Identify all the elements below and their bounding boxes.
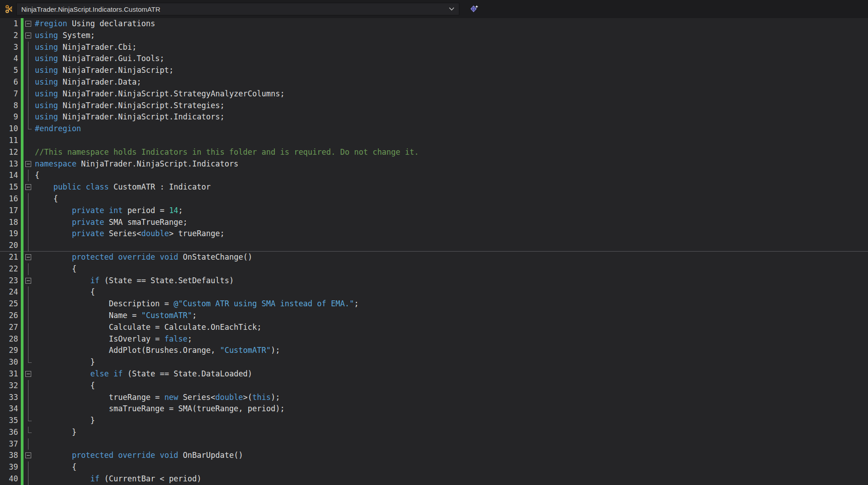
- code-text[interactable]: protected override void OnStateChange(): [33, 252, 868, 263]
- code-line[interactable]: 39 {: [0, 461, 868, 473]
- code-text[interactable]: {: [33, 461, 868, 473]
- code-line[interactable]: 3using NinjaTrader.Cbi;: [0, 42, 868, 53]
- code-line[interactable]: 28 IsOverlay = false;: [0, 333, 868, 345]
- code-line[interactable]: 2using System;: [0, 30, 868, 42]
- code-text[interactable]: using NinjaTrader.NinjaScript;: [33, 65, 868, 76]
- code-text[interactable]: AddPlot(Brushes.Orange, "CustomATR");: [33, 345, 868, 357]
- line-number: 11: [0, 135, 21, 147]
- code-text[interactable]: Calculate = Calculate.OnEachTick;: [33, 322, 868, 333]
- code-text[interactable]: using NinjaTrader.Cbi;: [33, 42, 868, 53]
- type-selector-dropdown[interactable]: NinjaTrader.NinjaScript.Indicators.Custo…: [16, 3, 459, 15]
- fold-guide: [24, 461, 33, 473]
- code-line[interactable]: 13namespace NinjaTrader.NinjaScript.Indi…: [0, 158, 868, 170]
- fold-toggle-icon[interactable]: [24, 275, 33, 287]
- code-line[interactable]: 18 private SMA smaTrueRange;: [0, 217, 868, 228]
- code-text[interactable]: using NinjaTrader.Gui.Tools;: [33, 53, 868, 65]
- code-text[interactable]: {: [33, 193, 868, 205]
- code-text[interactable]: else if (State == State.DataLoaded): [33, 368, 868, 380]
- code-text[interactable]: trueRange = new Series<double>(this);: [33, 392, 868, 404]
- code-line[interactable]: 20: [0, 240, 868, 252]
- fold-toggle-icon[interactable]: [24, 158, 33, 170]
- code-line[interactable]: 9using NinjaTrader.NinjaScript.Indicator…: [0, 111, 868, 123]
- code-text[interactable]: {: [33, 286, 868, 298]
- code-text[interactable]: }: [33, 357, 868, 368]
- code-line[interactable]: 23 if (State == State.SetDefaults): [0, 275, 868, 287]
- fold-toggle-icon[interactable]: [24, 450, 33, 461]
- code-line[interactable]: 35 }: [0, 415, 868, 427]
- code-text[interactable]: [33, 135, 868, 147]
- code-text[interactable]: public class CustomATR : Indicator: [33, 181, 868, 193]
- fold-toggle-icon[interactable]: [24, 30, 33, 42]
- code-text[interactable]: }: [33, 415, 868, 427]
- code-line[interactable]: 15 public class CustomATR : Indicator: [0, 181, 868, 193]
- code-line[interactable]: 4using NinjaTrader.Gui.Tools;: [0, 53, 868, 65]
- code-line[interactable]: 33 trueRange = new Series<double>(this);: [0, 392, 868, 404]
- fold-toggle-icon[interactable]: [24, 181, 33, 193]
- code-text[interactable]: #endregion: [33, 123, 868, 135]
- code-line[interactable]: 31 else if (State == State.DataLoaded): [0, 368, 868, 380]
- code-line[interactable]: 17 private int period = 14;: [0, 205, 868, 217]
- code-line[interactable]: 16 {: [0, 193, 868, 205]
- code-text[interactable]: //This namespace holds Indicators in thi…: [33, 147, 868, 158]
- code-line[interactable]: 38 protected override void OnBarUpdate(): [0, 450, 868, 461]
- code-text[interactable]: if (State == State.SetDefaults): [33, 275, 868, 287]
- code-line[interactable]: 37: [0, 438, 868, 450]
- code-line[interactable]: 8using NinjaTrader.NinjaScript.Strategie…: [0, 100, 868, 112]
- code-line[interactable]: 25 Description = @"Custom ATR using SMA …: [0, 298, 868, 310]
- code-line[interactable]: 6using NinjaTrader.Data;: [0, 76, 868, 88]
- code-text[interactable]: protected override void OnBarUpdate(): [33, 450, 868, 461]
- fold-guide: [24, 380, 33, 392]
- code-line[interactable]: 5using NinjaTrader.NinjaScript;: [0, 65, 868, 76]
- code-text[interactable]: #region Using declarations: [33, 18, 868, 30]
- code-text[interactable]: IsOverlay = false;: [33, 333, 868, 345]
- code-line[interactable]: 22 {: [0, 263, 868, 275]
- code-line[interactable]: 1#region Using declarations: [0, 18, 868, 30]
- fold-guide: [24, 42, 33, 53]
- code-line[interactable]: 7using NinjaTrader.NinjaScript.StrategyA…: [0, 88, 868, 100]
- code-text[interactable]: {: [33, 263, 868, 275]
- code-text[interactable]: private Series<double> trueRange;: [33, 228, 868, 240]
- line-number: 30: [0, 357, 21, 368]
- code-line[interactable]: 19 private Series<double> trueRange;: [0, 228, 868, 240]
- code-line[interactable]: 11: [0, 135, 868, 147]
- code-text[interactable]: using System;: [33, 30, 868, 42]
- code-text[interactable]: if (CurrentBar < period): [33, 473, 868, 485]
- code-editor[interactable]: 1#region Using declarations2using System…: [0, 18, 868, 485]
- code-text[interactable]: Description = @"Custom ATR using SMA ins…: [33, 298, 868, 310]
- code-text[interactable]: Name = "CustomATR";: [33, 310, 868, 322]
- code-text[interactable]: private int period = 14;: [33, 205, 868, 217]
- fold-guide: [24, 170, 33, 181]
- code-line[interactable]: 26 Name = "CustomATR";: [0, 310, 868, 322]
- code-line[interactable]: 21 protected override void OnStateChange…: [0, 252, 868, 263]
- code-line[interactable]: 27 Calculate = Calculate.OnEachTick;: [0, 322, 868, 333]
- fold-toggle-icon[interactable]: [24, 252, 33, 263]
- code-line[interactable]: 12//This namespace holds Indicators in t…: [0, 147, 868, 158]
- code-line[interactable]: 29 AddPlot(Brushes.Orange, "CustomATR");: [0, 345, 868, 357]
- code-line[interactable]: 24 {: [0, 286, 868, 298]
- code-text[interactable]: using NinjaTrader.NinjaScript.StrategyAn…: [33, 88, 868, 100]
- code-line[interactable]: 30 }: [0, 357, 868, 368]
- code-text[interactable]: smaTrueRange = SMA(trueRange, period);: [33, 403, 868, 415]
- fold-guide: [24, 76, 33, 88]
- code-text[interactable]: using NinjaTrader.NinjaScript.Indicators…: [33, 111, 868, 123]
- code-line[interactable]: 14{: [0, 170, 868, 181]
- code-text[interactable]: [33, 438, 868, 450]
- fold-guide: [24, 123, 33, 135]
- code-text[interactable]: {: [33, 380, 868, 392]
- code-line[interactable]: 40 if (CurrentBar < period): [0, 473, 868, 485]
- code-line[interactable]: 34 smaTrueRange = SMA(trueRange, period)…: [0, 403, 868, 415]
- code-line[interactable]: 10#endregion: [0, 123, 868, 135]
- code-line[interactable]: 36 }: [0, 427, 868, 438]
- code-text[interactable]: using NinjaTrader.Data;: [33, 76, 868, 88]
- code-text[interactable]: {: [33, 170, 868, 181]
- fold-toggle-icon[interactable]: [24, 18, 33, 30]
- code-text[interactable]: namespace NinjaTrader.NinjaScript.Indica…: [33, 158, 868, 170]
- fold-toggle-icon[interactable]: [24, 368, 33, 380]
- ninjascript-compile-star-icon[interactable]: [468, 3, 480, 15]
- code-text[interactable]: }: [33, 427, 868, 438]
- code-line[interactable]: 32 {: [0, 380, 868, 392]
- code-text[interactable]: private SMA smaTrueRange;: [33, 217, 868, 228]
- fold-guide: [24, 403, 33, 415]
- code-text[interactable]: using NinjaTrader.NinjaScript.Strategies…: [33, 100, 868, 112]
- code-text[interactable]: [33, 240, 868, 252]
